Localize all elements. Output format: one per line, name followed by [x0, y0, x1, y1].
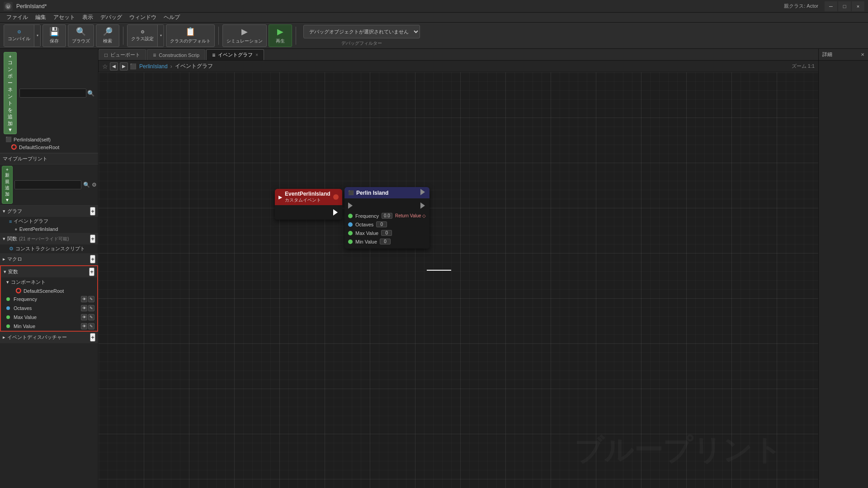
- svg-marker-2: [333, 209, 338, 216]
- perlin-exec-row: [344, 201, 429, 211]
- functions-group-header[interactable]: ▾ 関数 (21 オーバーライド可能) +: [0, 233, 98, 244]
- ue-logo: U: [4, 2, 13, 11]
- event-node-title: EventPerlinIsland: [285, 191, 330, 197]
- event-perlin-island-node[interactable]: ▶ EventPerlinIsland カスタムイベント: [275, 189, 342, 220]
- debug-filter-label: デバッグフィルター: [303, 40, 420, 47]
- play-button[interactable]: ▶ 再生: [269, 24, 292, 47]
- browse-button[interactable]: 🔍 ブラウズ: [68, 24, 94, 47]
- favorite-icon[interactable]: ☆: [102, 63, 108, 70]
- perlin-island-node[interactable]: ⬛ Perlin Island: [344, 187, 429, 249]
- blueprint-canvas[interactable]: ▶ EventPerlinIsland カスタムイベント: [99, 72, 818, 488]
- components-section: + コンポーネントを追加▼ 🔍 ⬛ PerlinIsland(self) ⭕ D…: [0, 49, 98, 153]
- svg-marker-4: [348, 202, 353, 209]
- add-component-button[interactable]: + コンポーネントを追加▼: [4, 52, 17, 134]
- octaves-eye-btn[interactable]: 👁: [81, 305, 87, 311]
- event-node-delete-btn[interactable]: [333, 194, 339, 200]
- variables-group-header[interactable]: ▾ 変数 +: [1, 266, 97, 277]
- compile-button[interactable]: ⚙ コンパイル ▾: [4, 24, 41, 47]
- menu-window[interactable]: ウィンドウ: [126, 13, 160, 22]
- min-value-dot: [6, 324, 10, 328]
- frequency-edit-btn[interactable]: ✎: [88, 296, 94, 302]
- components-header: + コンポーネントを追加▼ 🔍: [2, 51, 96, 136]
- perlin-node-icon: ⬛: [348, 190, 354, 195]
- variables-chevron-icon: ▾: [4, 269, 6, 275]
- mybp-section: マイブループリント + 新規追加▼ 🔍 ⚙ ▾ グラフ + ≡: [0, 153, 98, 488]
- construction-script-item[interactable]: ⚙ コンストラクションスクリプト: [0, 244, 98, 253]
- frequency-pin: Frequency 0.0 Return Value ◇: [344, 211, 429, 220]
- save-button[interactable]: 💾 保存: [42, 24, 66, 47]
- component-search-icon[interactable]: 🔍: [87, 90, 94, 97]
- exec-out-arrow: [333, 209, 339, 216]
- main-layout: + コンポーネントを追加▼ 🔍 ⬛ PerlinIsland(self) ⭕ D…: [0, 49, 868, 488]
- graph-group-header[interactable]: ▾ グラフ +: [0, 206, 98, 217]
- add-function-button[interactable]: +: [90, 235, 95, 243]
- toolbar: ⚙ コンパイル ▾ 💾 保存 🔍 ブラウズ 🔎 検索 ⚙ クラス設定 ▾ 📋 ク…: [0, 23, 868, 49]
- octaves-edit-btn[interactable]: ✎: [88, 305, 94, 311]
- event-graph-item[interactable]: ≡ イベントグラフ: [0, 217, 98, 225]
- max-value-var[interactable]: Max Value 👁 ✎: [1, 313, 97, 322]
- back-button[interactable]: ◀: [110, 62, 118, 70]
- close-tab-event-graph[interactable]: ×: [255, 52, 258, 57]
- event-node-body: [275, 205, 342, 220]
- frequency-actions: 👁 ✎: [81, 296, 94, 302]
- simulate-button[interactable]: ▶ シミュレーション: [222, 24, 267, 47]
- max-value-eye-btn[interactable]: 👁: [81, 314, 87, 320]
- debug-object-select[interactable]: デバッグオブジェクトが選択されていません: [303, 25, 420, 38]
- maximize-button[interactable]: □: [838, 1, 851, 11]
- connection-lines: [99, 72, 818, 488]
- scene-root-icon: ⭕: [15, 288, 22, 294]
- toolbar-separator-3: [296, 27, 296, 45]
- event-perlin-item[interactable]: ● EventPerlinIsland: [0, 225, 98, 233]
- menu-help[interactable]: ヘルプ: [160, 13, 184, 22]
- search-button[interactable]: 🔎 検索: [96, 24, 119, 47]
- right-panel: 詳細 ×: [818, 49, 868, 488]
- min-value-edit-btn[interactable]: ✎: [88, 323, 94, 329]
- octaves-pin: Octaves 0: [344, 220, 429, 229]
- mybp-search-input[interactable]: [14, 180, 81, 189]
- component-search-input[interactable]: [19, 89, 86, 98]
- event-dispatchers-header[interactable]: ▸ イベントディスパッチャー +: [0, 332, 98, 343]
- frequency-eye-btn[interactable]: 👁: [81, 296, 87, 302]
- macros-group: ▸ マクロ +: [0, 253, 98, 265]
- class-settings-button[interactable]: ⚙ クラス設定 ▾: [127, 24, 164, 47]
- new-add-button[interactable]: + 新規追加▼: [2, 166, 13, 204]
- class-defaults-button[interactable]: 📋 クラスのデフォルト: [166, 24, 215, 47]
- macros-chevron-icon: ▸: [3, 256, 5, 262]
- event-dispatchers-group: ▸ イベントディスパッチャー +: [0, 332, 98, 343]
- mybp-search-icon[interactable]: 🔍: [83, 182, 90, 188]
- window-title: PerlinIsland*: [16, 3, 47, 9]
- component-self-item[interactable]: ⬛ PerlinIsland(self): [2, 136, 96, 143]
- tab-construction-script[interactable]: ≡ Construction Scrip: [147, 49, 205, 60]
- editor-area: □ ビューポート ≡ Construction Scrip ≡ イベントグラフ …: [99, 49, 818, 488]
- min-value-eye-btn[interactable]: 👁: [81, 323, 87, 329]
- mybp-filter-icon[interactable]: ⚙: [92, 182, 97, 188]
- menu-edit[interactable]: 編集: [32, 13, 50, 22]
- tab-viewport[interactable]: □ ビューポート: [99, 49, 146, 60]
- max-value-edit-btn[interactable]: ✎: [88, 314, 94, 320]
- event-exec-out-pin: [275, 208, 342, 217]
- component-var-header[interactable]: ▾ コンポーネント: [1, 277, 97, 287]
- add-dispatcher-button[interactable]: +: [90, 333, 95, 342]
- component-root-item[interactable]: ⭕ DefaultSceneRoot: [2, 143, 96, 151]
- default-scene-root-var[interactable]: ⭕ DefaultSceneRoot: [1, 287, 97, 295]
- menu-asset[interactable]: アセット: [50, 13, 79, 22]
- add-variable-button[interactable]: +: [89, 267, 94, 276]
- minimize-button[interactable]: ─: [825, 1, 837, 11]
- blueprint-watermark: ブループリント: [574, 431, 782, 470]
- min-value-var[interactable]: Min Value 👁 ✎: [1, 322, 97, 331]
- frequency-var[interactable]: Frequency 👁 ✎: [1, 295, 97, 304]
- macros-group-header[interactable]: ▸ マクロ +: [0, 253, 98, 265]
- event-dispatchers-chevron-icon: ▸: [3, 334, 5, 340]
- tab-event-graph[interactable]: ≡ イベントグラフ ×: [206, 49, 264, 60]
- min-value-actions: 👁 ✎: [81, 323, 94, 329]
- octaves-var[interactable]: Octaves 👁 ✎: [1, 304, 97, 313]
- menu-debug[interactable]: デバッグ: [97, 13, 126, 22]
- right-panel-close-button[interactable]: ×: [861, 51, 864, 58]
- add-macro-button[interactable]: +: [90, 255, 95, 263]
- menu-view[interactable]: 表示: [79, 13, 97, 22]
- close-button[interactable]: ×: [852, 1, 864, 11]
- menu-file[interactable]: ファイル: [3, 13, 32, 22]
- add-graph-button[interactable]: +: [90, 207, 95, 216]
- event-dot: ●: [14, 226, 18, 232]
- forward-button[interactable]: ▶: [120, 62, 128, 70]
